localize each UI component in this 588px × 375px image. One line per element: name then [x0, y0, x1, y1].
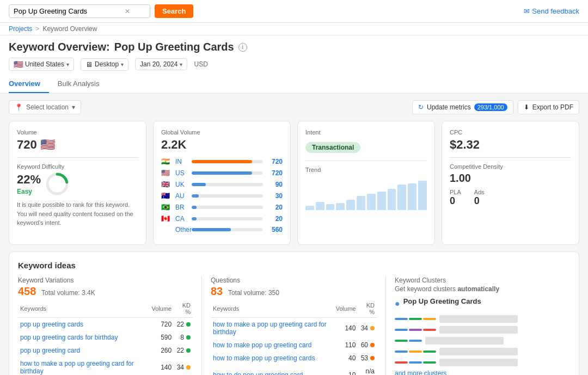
kd-cell: 8 — [174, 331, 193, 344]
pla-label: PLA — [450, 189, 461, 195]
table-row: pop up greeting cards 720 22 — [18, 318, 193, 331]
uk-code[interactable]: UK — [175, 181, 188, 188]
ca-val: 20 — [266, 215, 283, 223]
ads-label: Ads — [474, 189, 485, 195]
kd-dot — [186, 365, 191, 370]
export-pdf-button[interactable]: ⬇ Export to PDF — [518, 100, 579, 114]
br-code[interactable]: BR — [175, 204, 188, 211]
kd-dot — [186, 335, 191, 340]
kd-dot — [370, 343, 375, 347]
var-th-kd: KD % — [174, 300, 193, 318]
variations-total-label: Total volume: 3.4K — [41, 289, 95, 297]
keyword-link[interactable]: pop up greeting cards — [20, 321, 83, 328]
au-code[interactable]: AU — [175, 192, 188, 200]
ca-bar-fill — [192, 217, 197, 220]
cluster-bar — [409, 318, 422, 320]
uk-bar-bg — [192, 183, 263, 186]
keyword-link[interactable]: how to make a pop up greeting card for b… — [213, 321, 327, 336]
keyword-link[interactable]: pop up greeting card — [20, 347, 80, 354]
export-icon: ⬇ — [524, 103, 529, 111]
kd-dot — [370, 326, 375, 330]
intent-badge: Transactional — [305, 142, 360, 153]
search-input-wrap: ✕ — [9, 4, 150, 18]
clear-icon[interactable]: ✕ — [125, 8, 130, 15]
other-bar-fill — [192, 228, 231, 231]
location-select[interactable]: 📍 Select location ▾ — [9, 100, 81, 114]
tab-bulk-analysis[interactable]: Bulk Analysis — [58, 75, 108, 93]
keyword-link[interactable]: how to make pop up greeting card — [213, 341, 311, 349]
in-code[interactable]: IN — [175, 158, 188, 165]
au-val: 30 — [266, 192, 283, 200]
info-icon[interactable]: i — [238, 43, 247, 52]
cpc-value: $2.32 — [450, 138, 571, 152]
breadcrumb-current: Keyword Overview — [42, 25, 97, 33]
cluster-name: Pop Up Greeting Cards — [403, 297, 481, 305]
currency-label: USD — [194, 60, 207, 68]
date-filter[interactable]: Jan 20, 2024 ▾ — [135, 58, 187, 70]
update-metrics-button[interactable]: ↻ Update metrics 293/1,000 — [412, 100, 513, 114]
intent-trend-card: Intent Transactional Trend — [297, 121, 435, 245]
country-row-ca: 🇨🇦 CA 20 — [161, 214, 283, 223]
us-flag-icon: 🇺🇸 — [40, 138, 55, 152]
search-input[interactable] — [14, 7, 122, 15]
trend-bar-5 — [346, 200, 355, 210]
trend-bar-3 — [326, 204, 335, 210]
keyword-link[interactable]: pop up greeting cards for birthday — [20, 334, 118, 341]
cluster-item: blurred text 4 — [395, 348, 570, 355]
cluster-bar — [423, 351, 436, 353]
trend-bar-4 — [336, 203, 345, 210]
page-title: Keyword Overview: Pop Up Greeting Cards … — [9, 41, 579, 53]
keyword-ideas-title: Keyword ideas — [18, 261, 570, 270]
location-label: Select location — [26, 103, 69, 111]
questions-total-label: Total volume: 350 — [228, 289, 279, 297]
questions-col: Questions 83 Total volume: 350 Keywords … — [202, 276, 386, 375]
country-filter[interactable]: 🇺🇸 United States ▾ — [9, 58, 74, 71]
cluster-bars — [395, 351, 436, 353]
questions-table: Keywords Volume KD % how to make a pop u… — [211, 300, 377, 375]
q-th-volume: Volume — [334, 300, 358, 318]
device-filter[interactable]: 🖥 Desktop ▾ — [81, 58, 128, 71]
volume-cell: 720 — [149, 318, 174, 331]
breadcrumb-separator: > — [35, 25, 39, 33]
trend-bar-11 — [408, 183, 416, 210]
volume-value: 720 🇺🇸 — [17, 138, 138, 152]
breadcrumb-projects[interactable]: Projects — [9, 25, 32, 33]
cluster-bars — [395, 340, 422, 342]
cluster-bar — [409, 329, 422, 331]
keyword-link[interactable]: how to do pop up greeting card — [213, 371, 303, 375]
keyword-link[interactable]: how to make a pop up greeting card for b… — [20, 360, 134, 375]
table-row: how to make a pop up greeting card for b… — [18, 357, 193, 375]
ads-item: Ads 0 — [474, 189, 485, 207]
trend-bar-9 — [388, 189, 396, 210]
search-button[interactable]: Search — [155, 4, 193, 18]
table-row: how to make a pop up greeting card for b… — [211, 318, 377, 339]
us-code[interactable]: US — [175, 169, 188, 177]
page-header: Keyword Overview: Pop Up Greeting Cards … — [0, 35, 588, 94]
table-row: how to do pop up greeting card 10 n/a — [211, 365, 377, 375]
toolbar: 📍 Select location ▾ ↻ Update metrics 293… — [9, 100, 579, 114]
cluster-bar — [409, 351, 422, 353]
and-more-clusters[interactable]: and more clusters — [395, 370, 570, 375]
trend-bar-12 — [418, 181, 427, 210]
device-label: Desktop — [95, 60, 119, 68]
title-prefix: Keyword Overview: — [9, 41, 110, 53]
cluster-bars — [395, 361, 436, 364]
send-feedback-link[interactable]: ✉ Send feedback — [524, 7, 579, 15]
au-bar-fill — [192, 194, 199, 198]
cluster-text: blurred text 2 — [439, 326, 518, 334]
uk-bar-fill — [192, 183, 206, 186]
other-val: 560 — [266, 226, 283, 233]
trend-bar-1 — [305, 206, 314, 210]
country-row-other: Other 560 — [161, 226, 283, 233]
keyword-link[interactable]: how to make pop up greeting cards — [213, 354, 315, 362]
questions-count: 83 — [211, 285, 223, 297]
tab-overview[interactable]: Overview — [9, 75, 49, 93]
kd-circle-chart — [45, 172, 69, 196]
trend-bar-7 — [367, 194, 376, 210]
keyword-ideas-section: Keyword ideas Keyword Variations 458 Tot… — [9, 251, 579, 375]
pla-item: PLA 0 — [450, 189, 461, 207]
cluster-bar — [409, 361, 422, 364]
cluster-bar — [423, 318, 436, 320]
country-row-uk: 🇬🇧 UK 90 — [161, 180, 283, 188]
ca-code[interactable]: CA — [175, 215, 188, 223]
